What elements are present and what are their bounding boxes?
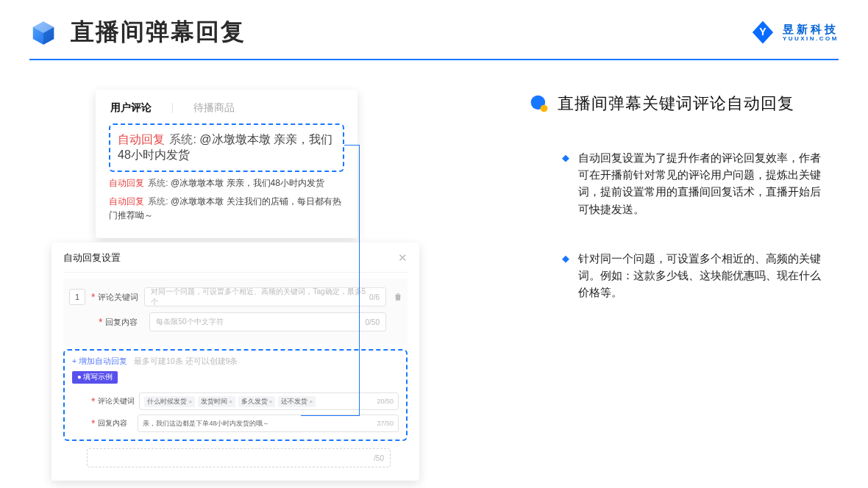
section-heading-row: 直播间弹幕关键词评论自动回复 xyxy=(530,93,831,115)
system-label: 系统: xyxy=(148,196,171,207)
required-dot: * xyxy=(91,291,95,303)
comments-tabs: 用户评论 待播商品 xyxy=(109,101,344,123)
example-block: + 增加自动回复 最多可建10条 还可以创建9条 ● 填写示例 * 评论关键词 … xyxy=(63,349,408,441)
ex-keyword-count: 20/50 xyxy=(377,398,394,405)
ghost-input[interactable]: /50 xyxy=(87,448,391,467)
auto-reply-badge: 自动回复 xyxy=(109,178,144,188)
cube-icon xyxy=(29,19,57,47)
add-reply-link[interactable]: + 增加自动回复 最多可建10条 还可以创建9条 xyxy=(72,356,399,367)
brand-name-cn: 昱新科技 xyxy=(783,24,839,35)
keyword-label: 评论关键词 xyxy=(98,292,138,303)
bullet-text: 自动回复设置为了提升作者的评论回复效率，作者可在开播前针对常见的评论用户问题，提… xyxy=(578,150,831,218)
diamond-bullet-icon: ◆ xyxy=(562,253,569,302)
bullet-item: ◆ 针对同一个问题，可设置多个相近的、高频的关键词。例如：这款多少钱、这块能优惠… xyxy=(530,251,831,302)
brand-name-en: YUUXIN.COM xyxy=(783,36,839,42)
required-dot: * xyxy=(99,316,102,328)
settings-title-row: 自动回复设置 ✕ xyxy=(63,251,408,273)
brand-text: 昱新科技 YUUXIN.COM xyxy=(783,24,839,42)
callout-line xyxy=(359,145,360,415)
content-row: * 回复内容 每条限50个中文字符 0/50 xyxy=(99,312,403,331)
comment-text: @冰墩墩本墩 亲亲，我们48小时内发货 xyxy=(171,178,324,188)
content-label: 回复内容 xyxy=(105,317,143,328)
close-icon[interactable]: ✕ xyxy=(398,251,408,265)
tab-user-comments[interactable]: 用户评论 xyxy=(110,101,152,115)
add-reply-text: + 增加自动回复 xyxy=(72,356,127,365)
tab-separator xyxy=(172,103,173,113)
section-heading: 直播间弹幕关键词评论自动回复 xyxy=(558,93,794,115)
auto-reply-badge: 自动回复 xyxy=(118,133,165,146)
ghost-count: /50 xyxy=(374,454,384,462)
page-header: 直播间弹幕回复 Y 昱新科技 YUUXIN.COM xyxy=(0,0,868,49)
explanation-column: 直播间弹幕关键词评论自动回复 ◆ 自动回复设置为了提升作者的评论回复效率，作者可… xyxy=(530,90,839,435)
screenshot-composite: 用户评论 待播商品 自动回复 系统: @冰墩墩本墩 亲亲，我们48小时内发货 自… xyxy=(96,90,463,435)
diamond-bullet-icon: ◆ xyxy=(562,152,569,218)
example-keyword-row: * 评论关键词 什么时候发货× 发货时间× 多久发货× 还不发货× 20/50 xyxy=(72,392,399,410)
ex-content-input[interactable]: 亲，我们这边都是下单48小时内发货的哦～ 37/50 xyxy=(138,415,399,432)
bullet-text: 针对同一个问题，可设置多个相近的、高频的关键词。例如：这款多少钱、这块能优惠吗、… xyxy=(578,251,831,302)
keyword-row: 1 * 评论关键词 对同一个问题，可设置多个相近、高频的关键词，Tag确定，最多… xyxy=(68,287,403,306)
callout-line xyxy=(344,145,359,146)
ex-content-text: 亲，我们这边都是下单48小时内发货的哦～ xyxy=(143,419,269,428)
content-count: 0/50 xyxy=(366,318,380,326)
tag-chip: 发货时间× xyxy=(198,396,235,407)
ex-keyword-label: 评论关键词 xyxy=(98,396,135,406)
bullet-item: ◆ 自动回复设置为了提升作者的评论回复效率，作者可在开播前针对常见的评论用户问题… xyxy=(530,150,831,218)
keyword-input[interactable]: 对同一个问题，可设置多个相近、高频的关键词，Tag确定，最多5个 0/6 xyxy=(144,287,386,306)
example-content-row: * 回复内容 亲，我们这边都是下单48小时内发货的哦～ 37/50 xyxy=(72,415,399,432)
trash-icon[interactable] xyxy=(393,292,403,302)
comments-panel: 用户评论 待播商品 自动回复 系统: @冰墩墩本墩 亲亲，我们48小时内发货 自… xyxy=(96,90,357,238)
ex-content-count: 37/50 xyxy=(377,420,394,427)
required-dot: * xyxy=(91,395,95,407)
tag-chip: 多久发货× xyxy=(238,396,276,407)
keyword-placeholder: 对同一个问题，可设置多个相近、高频的关键词，Tag确定，最多5个 xyxy=(151,287,369,307)
add-reply-hint: 最多可建10条 还可以创建9条 xyxy=(134,356,238,365)
system-label: 系统: xyxy=(169,133,199,146)
keyword-count: 0/6 xyxy=(369,293,380,301)
auto-reply-badge: 自动回复 xyxy=(109,196,144,207)
index-box: 1 xyxy=(69,289,85,305)
ex-keyword-input[interactable]: 什么时候发货× 发货时间× 多久发货× 还不发货× 20/50 xyxy=(139,392,399,410)
settings-body: 1 * 评论关键词 对同一个问题，可设置多个相近、高频的关键词，Tag确定，最多… xyxy=(63,279,408,345)
bubble-icon xyxy=(530,94,549,113)
content-placeholder: 每条限50个中文字符 xyxy=(156,317,223,327)
tag-chip: 什么时候发货× xyxy=(144,396,195,407)
ghost-row: /50 xyxy=(87,448,408,467)
required-dot: * xyxy=(91,417,95,429)
tab-products[interactable]: 待播商品 xyxy=(193,101,235,115)
highlighted-comment: 自动回复 系统: @冰墩墩本墩 亲亲，我们48小时内发货 xyxy=(109,123,344,172)
svg-text:Y: Y xyxy=(759,26,766,37)
brand-logo: Y 昱新科技 YUUXIN.COM xyxy=(750,20,839,45)
ex-content-label: 回复内容 xyxy=(98,418,133,428)
comment-row: 自动回复 系统: @冰墩墩本墩 亲亲，我们48小时内发货 xyxy=(109,176,344,190)
brand-mark-icon: Y xyxy=(750,20,775,45)
example-badge: ● 填写示例 xyxy=(72,371,118,384)
comment-row: 自动回复 系统: @冰墩墩本墩 关注我们的店铺，每日都有热门推荐呦～ xyxy=(109,195,344,223)
settings-title: 自动回复设置 xyxy=(63,251,121,265)
settings-panel: 自动回复设置 ✕ 1 * 评论关键词 对同一个问题，可设置多个相近、高频的关键词… xyxy=(51,243,419,481)
page-title: 直播间弹幕回复 xyxy=(71,16,246,49)
tag-chip: 还不发货× xyxy=(278,396,316,407)
callout-line xyxy=(301,415,360,416)
system-label: 系统: xyxy=(148,178,171,188)
content-input[interactable]: 每条限50个中文字符 0/50 xyxy=(149,312,386,331)
svg-point-2 xyxy=(541,105,548,112)
